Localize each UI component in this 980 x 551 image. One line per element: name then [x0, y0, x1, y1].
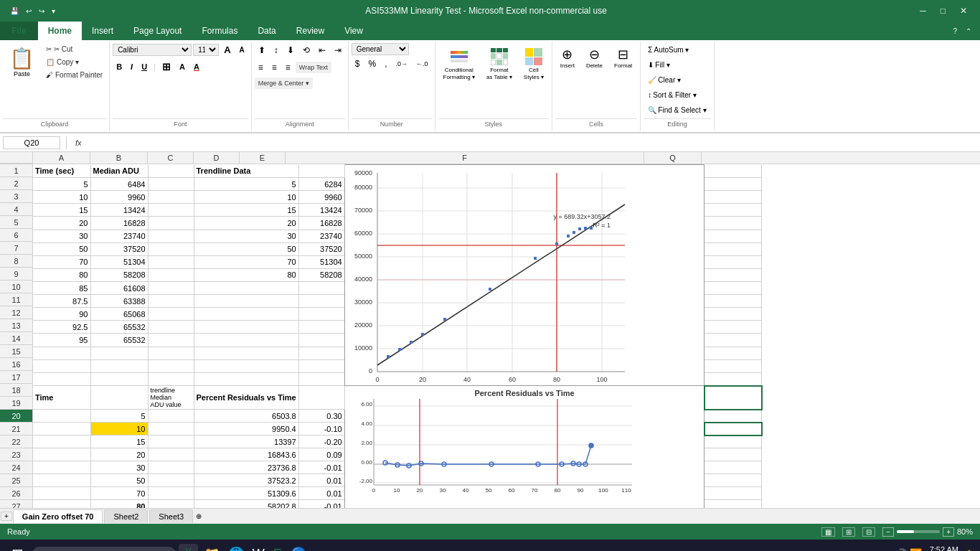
cell-b24[interactable]: 50 — [90, 474, 148, 487]
cell-c13[interactable] — [148, 321, 194, 334]
cell-c22[interactable] — [148, 448, 194, 461]
autosum-button[interactable]: Σ AutoSum ▾ — [644, 43, 693, 57]
cell-b17[interactable] — [90, 372, 148, 385]
cell-c5[interactable] — [148, 217, 194, 230]
cell-q17[interactable] — [705, 372, 762, 385]
cell-d20[interactable]: 9950.4 — [194, 423, 298, 435]
col-header-q[interactable]: Q — [644, 152, 702, 164]
col-header-a[interactable]: A — [33, 152, 90, 164]
cell-a21[interactable] — [33, 435, 90, 448]
cell-b22[interactable]: 20 — [90, 448, 148, 461]
font-grow-button[interactable]: A — [220, 43, 234, 57]
copy-button[interactable]: 📋 Copy ▾ — [42, 56, 106, 68]
row-header-18[interactable]: 18 — [0, 384, 32, 397]
taskbar-icon-edge[interactable]: 🌐 — [225, 543, 247, 551]
row-header-25[interactable]: 25 — [0, 474, 32, 487]
tab-view[interactable]: View — [334, 22, 373, 40]
col-header-f-chart[interactable]: F — [286, 152, 644, 164]
row-header-23[interactable]: 23 — [0, 448, 32, 461]
cell-a14[interactable]: 95 — [33, 334, 90, 347]
fill-color-button[interactable]: A — [176, 61, 189, 72]
cell-q5[interactable] — [705, 217, 762, 230]
name-box[interactable] — [3, 136, 60, 149]
cell-c20[interactable] — [148, 423, 194, 435]
cell-c11[interactable] — [148, 295, 194, 308]
cell-d12[interactable] — [194, 308, 298, 321]
cell-a2[interactable]: 5 — [33, 178, 90, 191]
cell-e26[interactable]: -0.01 — [298, 500, 344, 509]
underline-button[interactable]: U — [138, 61, 151, 72]
cell-d8[interactable]: 70 — [194, 255, 298, 268]
cell-b23[interactable]: 30 — [90, 461, 148, 474]
indent-inc-button[interactable]: ⇥ — [331, 43, 345, 57]
cell-d23[interactable]: 23736.8 — [194, 461, 298, 474]
cell-d21[interactable]: 13397 — [194, 435, 298, 448]
cell-c7[interactable] — [148, 242, 194, 255]
conditional-formatting-button[interactable]: ConditionalFormatting ▾ — [438, 43, 480, 84]
cell-c14[interactable] — [148, 334, 194, 347]
cell-e18[interactable] — [298, 386, 344, 410]
cell-c26[interactable] — [148, 500, 194, 509]
cell-a17[interactable] — [33, 372, 90, 385]
cell-d22[interactable]: 16843.6 — [194, 448, 298, 461]
tab-review[interactable]: Review — [286, 22, 334, 40]
cell-q25[interactable] — [705, 487, 762, 500]
cell-d6[interactable]: 30 — [194, 230, 298, 242]
cell-e16[interactable] — [298, 359, 344, 372]
cell-a22[interactable] — [33, 448, 90, 461]
cell-q4[interactable] — [705, 204, 762, 217]
tab-insert[interactable]: Insert — [82, 22, 123, 40]
cell-b11[interactable]: 63388 — [90, 295, 148, 308]
row-header-14[interactable]: 14 — [0, 332, 32, 345]
cell-q9[interactable] — [705, 268, 762, 281]
row-header-5[interactable]: 5 — [0, 216, 32, 229]
cell-b2[interactable]: 6484 — [90, 178, 148, 191]
font-size-select[interactable]: 11 — [193, 44, 219, 56]
cell-b5[interactable]: 16828 — [90, 217, 148, 230]
percent-button[interactable]: % — [364, 57, 380, 71]
cell-c24[interactable] — [148, 474, 194, 487]
cell-e12[interactable] — [298, 308, 344, 321]
format-cells-button[interactable]: ⊟ Format — [609, 43, 637, 72]
cell-a4[interactable]: 15 — [33, 204, 90, 217]
minimize-button[interactable]: ─ — [914, 4, 932, 17]
comma-button[interactable]: , — [381, 57, 390, 71]
row-header-20[interactable]: 20 — [0, 410, 32, 423]
cell-d4[interactable]: 15 — [194, 204, 298, 217]
row-header-26[interactable]: 26 — [0, 487, 32, 500]
row-header-17[interactable]: 17 — [0, 371, 32, 384]
cell-b13[interactable]: 65532 — [90, 321, 148, 334]
top-align-button[interactable]: ⬆ — [255, 43, 269, 57]
cell-d24[interactable]: 37523.2 — [194, 474, 298, 487]
row-header-24[interactable]: 24 — [0, 461, 32, 474]
cell-e25[interactable]: 0.01 — [298, 487, 344, 500]
cell-q3[interactable] — [705, 191, 762, 204]
cell-d14[interactable] — [194, 334, 298, 347]
cell-d17[interactable] — [194, 372, 298, 385]
cell-c6[interactable] — [148, 230, 194, 242]
cell-q12[interactable] — [705, 308, 762, 321]
cell-a19[interactable] — [33, 410, 90, 423]
col-header-d[interactable]: D — [194, 152, 240, 164]
clear-button[interactable]: 🧹 Clear ▾ — [644, 73, 685, 87]
ribbon-minimize-button[interactable]: ⌃ — [963, 26, 974, 37]
cell-d9[interactable]: 80 — [194, 268, 298, 281]
cell-q16[interactable] — [705, 359, 762, 372]
cell-d3[interactable]: 10 — [194, 191, 298, 204]
cell-c18[interactable]: trendlineMedianADU value — [148, 386, 194, 410]
text-direction-button[interactable]: ⟲ — [299, 43, 314, 57]
cell-c4[interactable] — [148, 204, 194, 217]
cell-a6[interactable]: 30 — [33, 230, 90, 242]
middle-align-button[interactable]: ↕ — [270, 43, 282, 57]
cell-b12[interactable]: 65068 — [90, 308, 148, 321]
cell-e23[interactable]: -0.01 — [298, 461, 344, 474]
cell-q15[interactable] — [705, 347, 762, 359]
cell-q23[interactable] — [705, 461, 762, 474]
save-button[interactable]: 💾 — [7, 6, 22, 17]
cell-c21[interactable] — [148, 435, 194, 448]
cell-a20[interactable] — [33, 423, 90, 435]
cell-e13[interactable] — [298, 321, 344, 334]
cell-q18-active[interactable] — [705, 386, 762, 410]
cell-b14[interactable]: 65532 — [90, 334, 148, 347]
row-header-7[interactable]: 7 — [0, 242, 32, 255]
